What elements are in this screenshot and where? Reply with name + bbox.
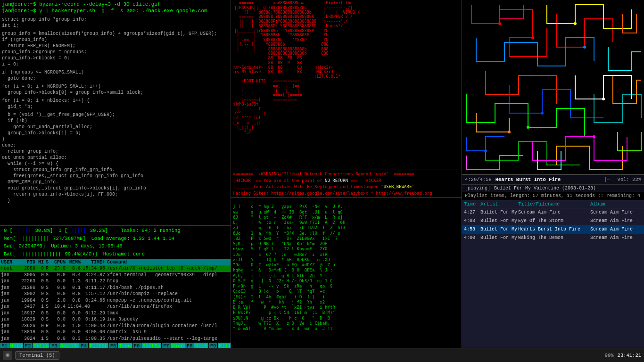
music-vol: Vol: 22% bbox=[618, 177, 641, 182]
music-panel: 4:29/4:58 Hearts Burst Into Fire |— Vol:… bbox=[462, 174, 644, 348]
process-row-2[interactable]: jan222630S0.01.30:11.22htop bbox=[0, 278, 231, 285]
taskbar: ▣ Terminal (5) 99% 23:41:21 bbox=[0, 348, 644, 362]
load-label: Load average: 1.33 1.44 1.14 bbox=[91, 235, 174, 242]
col-time-header: TIME+ bbox=[82, 259, 106, 266]
f4-filter[interactable]: F4 bbox=[79, 343, 88, 348]
terminal-area: jan@core:~$ byzanz-record --delay=3 -d 3… bbox=[0, 0, 231, 225]
main-container: jan@core:~$ byzanz-record --delay=3 -d 3… bbox=[0, 0, 644, 348]
music-separator: |— bbox=[604, 177, 610, 182]
playlist-item-1[interactable]: 4:27 Bullet For My Scream Aim Fire Screa… bbox=[462, 208, 644, 217]
col-artist-header: Artist bbox=[480, 201, 518, 207]
col-mem-header: MEM% bbox=[66, 259, 82, 266]
process-row-8[interactable]: jan180290S0.00.00:16.19lua 3spooky bbox=[0, 316, 231, 323]
f8-nice-plus[interactable]: F8 bbox=[185, 343, 194, 348]
f7-nice-minus[interactable]: F7 bbox=[162, 343, 171, 348]
svg-point-3 bbox=[583, 46, 586, 49]
process-row-4[interactable]: jan30020S0.00.81:57.12/usr/bin/compiz --… bbox=[0, 291, 231, 297]
prompt-2: jan@core:~$ y | hackertyper.sh -g -f -s … bbox=[2, 8, 207, 14]
col-cpu-header: CPU% bbox=[51, 259, 66, 266]
mem-bar: Mem[ bbox=[4, 235, 16, 242]
svg-point-9 bbox=[508, 131, 511, 133]
col-s-header: S bbox=[45, 259, 51, 266]
svg-point-2 bbox=[531, 36, 534, 39]
music-track: Hearts Burst Into Fire bbox=[495, 177, 596, 182]
svg-point-7 bbox=[602, 98, 605, 100]
process-row-1[interactable]: jan30050S0.00.43:24.87xfce4-terminal --g… bbox=[0, 272, 231, 279]
process-row-11[interactable]: jan30241S0.00.31:00.35/usr/bin/pulseaudi… bbox=[0, 336, 231, 342]
col-cmd-header: Command bbox=[106, 259, 231, 266]
col-pid-header: PID bbox=[17, 259, 36, 266]
svg-point-8 bbox=[593, 135, 595, 138]
hostname-label: Hostname: core bbox=[103, 251, 145, 258]
col-time-header: Time bbox=[464, 201, 480, 207]
warning-text: ======== +WARNING+"Illegal_Network_Conne… bbox=[233, 171, 460, 197]
maze-area bbox=[462, 0, 644, 174]
ascii-right-section: :HoM3-$u33t ( I /^^ : |ul_^^^^_|ul: |_u … bbox=[232, 102, 461, 134]
svg-point-6 bbox=[574, 22, 577, 25]
process-row-5[interactable]: jan199840S2.00.80:24.66ncmpcpp -c .ncmpc… bbox=[0, 297, 231, 304]
cpu1-label: 0 [ bbox=[4, 227, 13, 234]
col-title-header: Title/Filename bbox=[518, 201, 590, 207]
htop-panel: 0 [||||| 30.8%] 1 [||||| 30.2%] Tasks: 9… bbox=[0, 225, 231, 348]
f3-search[interactable]: F3 bbox=[50, 343, 59, 348]
playlist-item-4[interactable]: 4:00 Bullet For My Waking The Demon Scre… bbox=[462, 234, 644, 242]
process-row-9[interactable]: jan236260R0.01.01:00.43/usr/lib/aurora/p… bbox=[0, 323, 231, 329]
f6-sortby[interactable]: F6 bbox=[132, 343, 141, 348]
now-playing-row: 4:29/4:58 Hearts Burst Into Fire |— Vol:… bbox=[462, 175, 644, 185]
code-block: struct group_info *group_info; int i; gr… bbox=[2, 16, 229, 204]
ascii-hacker-art-2: :R00T-KITS =========== : ==[__,__]== : |… bbox=[232, 79, 461, 102]
f9-kill[interactable]: F9 bbox=[209, 343, 218, 348]
process-row-7[interactable]: jan189170S0.00.00:12.29tmux bbox=[0, 310, 231, 317]
taskbar-terminal[interactable]: Terminal (5) bbox=[15, 351, 59, 360]
warning-section: ======== +WARNING+"Illegal_Network_Conne… bbox=[231, 170, 462, 198]
process-row-10[interactable]: jan188180S0.00.00:08.00cmatrix -bsu 9 bbox=[0, 329, 231, 336]
music-time: 4:29/4:58 bbox=[465, 177, 492, 182]
prompt-1: jan@core:~$ byzanz-record --delay=3 -d 3… bbox=[2, 1, 161, 7]
swap-bar: Swp[ 0/2047MB] bbox=[4, 243, 45, 250]
sub-track: Bullet For My Valentine (2008-01-23) bbox=[494, 186, 596, 191]
taskbar-logo: ▣ bbox=[3, 351, 12, 360]
htop-header: 0 [||||| 30.8%] 1 [||||| 30.2%] Tasks: 9… bbox=[0, 226, 231, 259]
playing-status: [playing] bbox=[465, 186, 490, 191]
svg-rect-0 bbox=[462, 0, 644, 174]
svg-point-10 bbox=[484, 149, 487, 152]
right-panel: 4:29/4:58 Hearts Burst Into Fire |— Vol:… bbox=[462, 0, 644, 348]
cpu2-label: 1 [ bbox=[58, 227, 67, 234]
tasks-label: Tasks: 94; 2 running bbox=[121, 227, 180, 234]
svg-point-4 bbox=[541, 112, 544, 115]
taskbar-right: 99% 23:41:21 bbox=[605, 353, 641, 358]
f1-help[interactable]: F1 bbox=[0, 343, 9, 348]
now-playing-sub: [playing] Bullet For My Valentine (2008-… bbox=[462, 185, 644, 192]
process-row-6[interactable]: jan34371S10.411:04.40/usr/lib/aurora/fir… bbox=[0, 304, 231, 310]
htop-footer: F1Help F2Setup F3Search F4Filter F5Tree … bbox=[0, 343, 231, 348]
f5-tree[interactable]: F5 bbox=[109, 343, 118, 348]
ascii-art-area: .======. aad8888888baa :Exploit-the ||H4… bbox=[231, 0, 462, 170]
taskbar-time: 23:41:21 bbox=[618, 353, 641, 358]
matrix-area: j ! c * h@ 2 yzps P)X -N< % U P, vw s u … bbox=[231, 198, 462, 348]
svg-point-5 bbox=[527, 126, 529, 129]
uptime-label: Uptime: 3 days, 10:05:46 bbox=[51, 243, 122, 250]
col-ni-header: NI bbox=[36, 259, 45, 266]
command-line-2[interactable]: jan@core:~$ y | hackertyper.sh -g -f -s … bbox=[2, 8, 229, 14]
left-panel: jan@core:~$ byzanz-record --delay=3 -d 3… bbox=[0, 0, 231, 348]
playlist-info: Playlist items, length: 57 minutes, 11 s… bbox=[462, 192, 644, 200]
playlist-item-2[interactable]: 4:03 Bullet For My Eye Of The Storm Scre… bbox=[462, 217, 644, 225]
maze-svg bbox=[462, 0, 644, 174]
f2-setup[interactable]: F2 bbox=[24, 343, 33, 348]
ascii-art-display: .======. aad8888888baa :Exploit-the ||H4… bbox=[232, 1, 461, 79]
playlist-headers: Time Artist Title/Filename Album bbox=[462, 200, 644, 208]
process-table: USER PID NI S CPU% MEM% TIME+ Command ro… bbox=[0, 259, 231, 342]
svg-point-1 bbox=[498, 22, 501, 25]
mid-panel: .======. aad8888888baa :Exploit-the ||H4… bbox=[231, 0, 462, 348]
command-line-1: jan@core:~$ byzanz-record --delay=3 -d 3… bbox=[2, 1, 229, 8]
process-root[interactable]: root28890R23.00.615:34.96/usr/bin/X -nol… bbox=[0, 265, 231, 272]
playlist-item-3-active[interactable]: 4:58 Bullet For My Hearts Burst Into Fir… bbox=[462, 225, 644, 234]
taskbar-battery: 99% bbox=[605, 353, 614, 358]
bat-bar: Bat[ bbox=[4, 251, 16, 258]
process-row-3[interactable]: jan213960S0.00.10:11.17/bin/bash ./pipes… bbox=[0, 285, 231, 291]
col-user-header: USER bbox=[0, 259, 17, 266]
col-album-header: Album bbox=[590, 201, 642, 207]
